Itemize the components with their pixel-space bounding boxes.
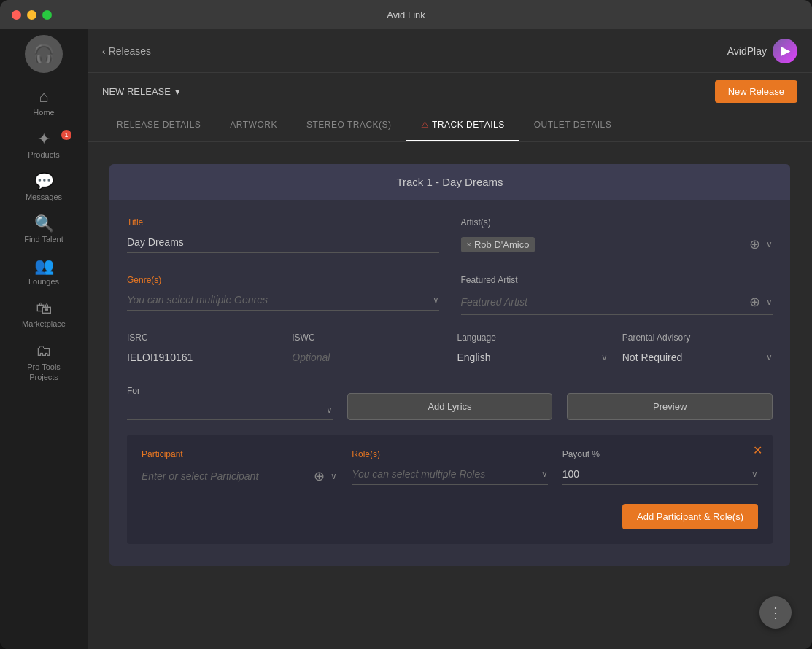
genre-field-group: Genre(s) You can select multiple Genres … — [127, 275, 439, 315]
iswc-label: ISWC — [292, 333, 442, 343]
participant-chevron-icon[interactable]: ∨ — [330, 471, 337, 481]
roles-chevron-icon[interactable]: ∨ — [541, 469, 548, 479]
window-title: Avid Link — [387, 9, 425, 20]
track-body: Title Artist(s) × Rob D'Amico — [109, 200, 790, 566]
new-release-label[interactable]: NEW RELEASE ▾ — [102, 86, 180, 97]
payout-label: Payout % — [562, 449, 758, 459]
track-header: Track 1 - Day Dreams — [109, 164, 790, 200]
roles-label: Role(s) — [352, 449, 547, 459]
back-chevron-icon: ‹ — [102, 45, 106, 57]
add-featured-artist-icon[interactable]: ⊕ — [749, 294, 760, 310]
artists-chevron-icon[interactable]: ∨ — [766, 239, 773, 249]
sidebar-item-pro-tools[interactable]: 🗂 Pro ToolsProjects — [0, 335, 88, 390]
parental-advisory-chevron-icon[interactable]: ∨ — [766, 352, 773, 362]
window-controls — [12, 10, 52, 20]
roles-placeholder: You can select multiple Roles — [352, 468, 541, 480]
featured-artist-label: Featured Artist — [461, 275, 773, 285]
home-icon: ⌂ — [39, 89, 48, 105]
add-participant-icon[interactable]: ⊕ — [314, 468, 325, 484]
sidebar-label-marketplace: Marketplace — [22, 319, 66, 328]
iswc-input[interactable] — [292, 347, 442, 368]
featured-artist-chevron-icon[interactable]: ∨ — [766, 297, 773, 307]
avidplay-label: AvidPlay — [727, 45, 767, 57]
participant-placeholder: Enter or select Participant — [142, 470, 308, 482]
artist-tag-row: × Rob D'Amico ⊕ ∨ — [461, 232, 773, 257]
dropdown-chevron-icon: ▾ — [175, 86, 180, 97]
roles-select-row: You can select multiple Roles ∨ — [352, 464, 547, 485]
payout-field-group: Payout % 100 ∨ — [562, 449, 758, 489]
genre-chevron-icon[interactable]: ∨ — [433, 295, 439, 305]
new-release-button[interactable]: New Release — [715, 80, 797, 103]
isrc-input[interactable] — [127, 347, 277, 368]
sidebar-item-marketplace[interactable]: 🛍 Marketplace — [0, 293, 88, 335]
featured-artist-field-group: Featured Artist Featured Artist ⊕ ∨ — [461, 275, 773, 315]
sidebar-label-messages: Messages — [26, 193, 62, 201]
maximize-button[interactable] — [42, 10, 52, 20]
for-label: For — [127, 386, 333, 396]
find-talent-icon: 🔍 — [34, 216, 54, 232]
participant-close-icon[interactable]: ✕ — [753, 443, 762, 457]
for-chevron-icon[interactable]: ∨ — [326, 405, 333, 415]
language-label: Language — [457, 333, 608, 343]
tab-outlet-details[interactable]: OUTLET DETAILS — [519, 109, 627, 141]
sidebar-item-products[interactable]: ✦ Products 1 — [0, 124, 88, 166]
for-select-row: ∨ — [127, 400, 333, 420]
sidebar-label-find-talent: Find Talent — [24, 235, 63, 244]
parental-advisory-value: Not Required — [622, 351, 766, 363]
parental-advisory-field-group: Parental Advisory Not Required ∨ — [622, 333, 773, 368]
title-label: Title — [127, 217, 439, 228]
track-card: Track 1 - Day Dreams Title Artist(s) — [109, 164, 790, 566]
avatar[interactable]: 🎧 — [25, 35, 63, 73]
add-participant-button[interactable]: Add Participant & Role(s) — [622, 504, 758, 529]
sidebar-item-home[interactable]: ⌂ Home — [0, 82, 88, 124]
for-field-group: For ∨ — [127, 386, 333, 420]
sidebar-item-find-talent[interactable]: 🔍 Find Talent — [0, 209, 88, 251]
warning-icon: ⚠ — [421, 120, 430, 130]
close-button[interactable] — [12, 10, 21, 20]
payout-chevron-icon[interactable]: ∨ — [751, 469, 758, 479]
title-artist-row: Title Artist(s) × Rob D'Amico — [127, 217, 773, 257]
sub-header: NEW RELEASE ▾ New Release — [88, 73, 812, 109]
add-lyrics-button[interactable]: Add Lyrics — [347, 393, 553, 420]
title-input[interactable] — [127, 232, 439, 253]
sidebar-item-messages[interactable]: 💬 Messages — [0, 166, 88, 209]
tab-stereo-tracks[interactable]: STEREO TRACK(S) — [292, 109, 406, 141]
marketplace-icon: 🛍 — [36, 300, 52, 316]
titlebar: Avid Link — [0, 0, 812, 29]
tab-track-details[interactable]: ⚠TRACK DETAILS — [406, 109, 519, 141]
sidebar-label-home: Home — [33, 108, 54, 117]
parental-advisory-select-row: Not Required ∨ — [622, 347, 773, 368]
tab-artwork[interactable]: ARTWORK — [215, 109, 292, 141]
artists-field-group: Artist(s) × Rob D'Amico ⊕ ∨ — [461, 217, 773, 257]
participant-field-group: Participant Enter or select Participant … — [142, 449, 337, 489]
avidplay-avatar[interactable]: ▶ — [773, 39, 797, 63]
artist-tag: × Rob D'Amico — [461, 237, 535, 252]
parental-advisory-label: Parental Advisory — [622, 333, 773, 343]
pro-tools-icon: 🗂 — [36, 343, 52, 359]
tabs-bar: RELEASE DETAILS ARTWORK STEREO TRACK(S) … — [88, 109, 812, 142]
track-header-title: Track 1 - Day Dreams — [396, 176, 503, 188]
iswc-field-group: ISWC — [292, 333, 442, 368]
back-link[interactable]: ‹ Releases — [102, 45, 151, 57]
tab-release-details[interactable]: RELEASE DETAILS — [102, 109, 215, 141]
add-artist-icon[interactable]: ⊕ — [749, 236, 760, 252]
participant-label: Participant — [142, 449, 337, 459]
minimize-button[interactable] — [27, 10, 36, 20]
add-lyrics-group: Add Lyrics — [347, 393, 553, 420]
language-select-row: English ∨ — [457, 347, 608, 368]
sidebar-item-lounges[interactable]: 👥 Lounges — [0, 251, 88, 293]
more-options-button[interactable]: ⋮ — [759, 596, 792, 629]
participant-select-row: Enter or select Participant ⊕ ∨ — [142, 464, 337, 489]
messages-icon: 💬 — [34, 174, 54, 190]
preview-group: Preview — [567, 393, 773, 420]
products-icon: ✦ — [37, 131, 50, 147]
back-label: Releases — [109, 45, 151, 57]
main-panel: Track 1 - Day Dreams Title Artist(s) — [88, 142, 812, 649]
featured-artist-placeholder: Featured Artist — [461, 296, 744, 308]
payout-select-row: 100 ∨ — [562, 464, 758, 485]
for-row: For ∨ Add Lyrics Preview — [127, 386, 773, 420]
remove-artist-icon[interactable]: × — [467, 240, 471, 249]
language-chevron-icon[interactable]: ∨ — [601, 352, 608, 362]
preview-button[interactable]: Preview — [567, 393, 773, 420]
sidebar-label-lounges: Lounges — [28, 277, 59, 286]
